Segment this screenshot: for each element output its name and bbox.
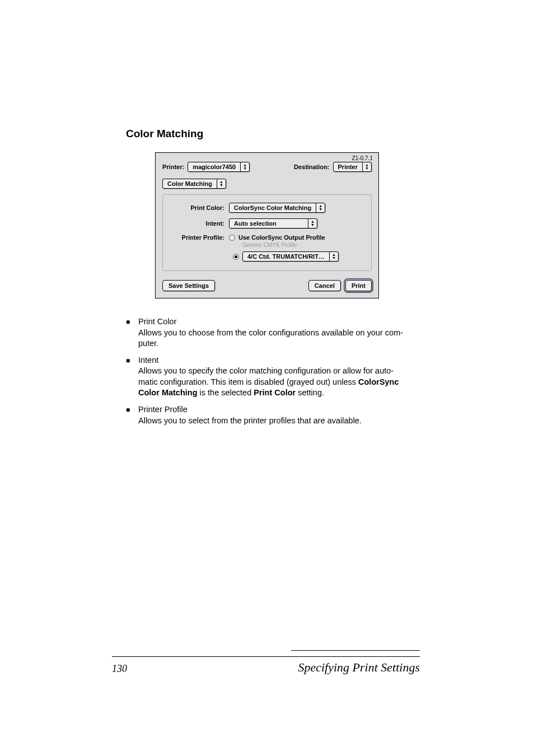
updown-icon: ▲▼: [316, 203, 325, 212]
printer-select[interactable]: magicolor7450 ▲▼: [188, 162, 250, 172]
destination-select-value: Printer: [334, 164, 362, 170]
bullet2-line1: Allows you to specify the color matching…: [138, 366, 394, 375]
bullet2-line3d: setting.: [296, 388, 324, 397]
print-color-value: ColorSync Color Matching: [229, 204, 316, 211]
printer-label: Printer:: [162, 164, 184, 170]
bullet2-line3a: Color Matching: [138, 388, 198, 397]
square-bullet-icon: ■: [126, 355, 138, 399]
bullet1-title: Print Color: [138, 316, 417, 328]
radio-use-colorsync[interactable]: [229, 235, 235, 241]
print-button[interactable]: Print: [345, 280, 372, 291]
bullet3-desc: Allows you to select from the printer pr…: [138, 416, 417, 427]
destination-label: Destination:: [294, 164, 330, 170]
updown-icon: ▲▼: [217, 179, 226, 188]
intent-label: Intent:: [174, 220, 229, 227]
colorsync-profile-caption: Generic CMYK Profile: [242, 242, 360, 248]
print-color-select[interactable]: ColorSync Color Matching ▲▼: [229, 203, 325, 213]
intent-value: Auto selection: [229, 220, 308, 227]
square-bullet-icon: ■: [126, 316, 138, 349]
bullet2-title: Intent: [138, 355, 417, 366]
print-dialog: Z1-0.7.1 Printer: magicolor7450 ▲▼ Desti…: [155, 152, 379, 298]
radio-use-colorsync-label: Use ColorSync Output Profile: [238, 234, 325, 241]
bullet3-title: Printer Profile: [138, 404, 417, 416]
print-color-label: Print Color:: [174, 204, 229, 211]
description-list: ■ Print Color Allows you to choose from …: [126, 316, 417, 426]
pane-select-value: Color Matching: [163, 180, 217, 187]
pane-select[interactable]: Color Matching ▲▼: [162, 179, 226, 189]
dialog-version: Z1-0.7.1: [352, 155, 373, 161]
bullet1-desc-b: puter.: [138, 339, 158, 348]
custom-profile-value: 4/C Ctd. TRUMATCH/RIT…: [243, 253, 329, 260]
updown-icon: ▲▼: [329, 252, 338, 261]
radio-custom-profile[interactable]: [233, 254, 239, 260]
updown-icon: ▲▼: [362, 162, 371, 171]
bullet2-line3c: Print Color: [254, 388, 296, 397]
bullet2-line2a: matic configuration. This item is disabl…: [138, 377, 358, 386]
printer-profile-label: Printer Profile:: [174, 234, 229, 241]
page-number: 130: [112, 663, 127, 675]
intent-select[interactable]: Auto selection ▲▼: [229, 218, 317, 228]
page-footer: 130 Specifying Print Settings: [112, 656, 420, 675]
bullet2-line2b: ColorSync: [358, 377, 399, 386]
custom-profile-select[interactable]: 4/C Ctd. TRUMATCH/RIT… ▲▼: [242, 251, 339, 262]
section-heading: Color Matching: [126, 128, 417, 140]
updown-icon: ▲▼: [240, 162, 249, 171]
updown-icon: ▲▼: [308, 219, 317, 228]
cancel-button[interactable]: Cancel: [308, 280, 341, 291]
square-bullet-icon: ■: [126, 404, 138, 426]
destination-select[interactable]: Printer ▲▼: [333, 162, 372, 172]
footer-title: Specifying Print Settings: [298, 660, 420, 675]
printer-select-value: magicolor7450: [188, 164, 240, 170]
color-matching-group: Print Color: ColorSync Color Matching ▲▼…: [162, 194, 372, 271]
save-settings-button[interactable]: Save Settings: [162, 280, 215, 291]
bullet2-line3b: is the selected: [198, 388, 254, 397]
bullet1-desc-a: Allows you to choose from the color conf…: [138, 328, 403, 337]
